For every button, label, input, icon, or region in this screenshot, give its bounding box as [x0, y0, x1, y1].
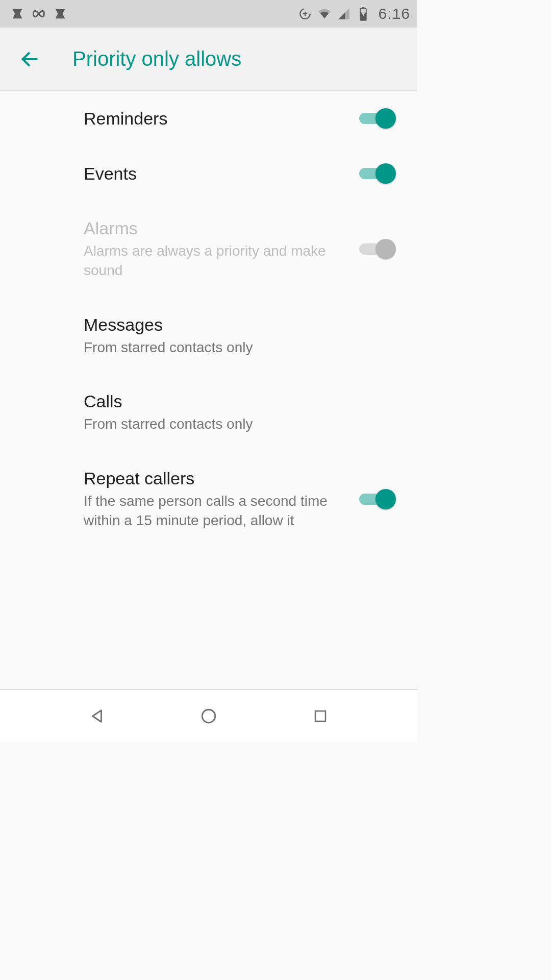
setting-title: Events	[84, 164, 359, 184]
wifi-icon	[317, 7, 332, 21]
status-time: 6:16	[379, 5, 410, 22]
setting-title: Messages	[84, 315, 396, 335]
svg-rect-2	[362, 7, 364, 8]
settings-list: Reminders Events Alarms Alarms are alway…	[0, 91, 417, 742]
setting-subtitle: From starred contacts only	[84, 338, 329, 357]
setting-events[interactable]: Events	[84, 146, 396, 201]
setting-title: Reminders	[84, 109, 359, 129]
setting-messages[interactable]: Messages From starred contacts only	[84, 298, 396, 375]
setting-subtitle: Alarms are always a priority and make so…	[84, 241, 329, 280]
setting-reminders[interactable]: Reminders	[84, 91, 396, 146]
setting-alarms: Alarms Alarms are always a priority and …	[84, 201, 396, 298]
svg-point-4	[202, 709, 215, 723]
navigation-bar	[0, 689, 417, 742]
app-bar: Priority only allows	[0, 28, 417, 91]
svg-rect-5	[315, 711, 325, 721]
app-notification-icon	[53, 7, 67, 21]
toggle-reminders[interactable]	[359, 108, 396, 129]
setting-title: Alarms	[84, 218, 359, 238]
toggle-alarms	[359, 239, 396, 259]
back-button[interactable]	[17, 47, 42, 71]
setting-repeat-callers[interactable]: Repeat callers If the same person calls …	[84, 451, 396, 548]
app-notification-icon	[10, 7, 24, 21]
toggle-events[interactable]	[359, 163, 396, 184]
data-saver-icon	[298, 7, 312, 21]
toggle-repeat-callers[interactable]	[359, 489, 396, 509]
infinity-icon	[32, 7, 46, 21]
setting-subtitle: If the same person calls a second time w…	[84, 492, 329, 530]
battery-charging-icon	[356, 7, 370, 21]
status-bar: 6:16	[0, 0, 417, 28]
status-left	[10, 7, 67, 21]
setting-title: Repeat callers	[84, 469, 359, 488]
page-title: Priority only allows	[72, 47, 241, 70]
status-right: 6:16	[298, 5, 410, 22]
setting-calls[interactable]: Calls From starred contacts only	[84, 374, 396, 451]
nav-recent-button[interactable]	[309, 705, 332, 727]
setting-title: Calls	[84, 391, 396, 411]
nav-back-button[interactable]	[86, 705, 108, 727]
nav-home-button[interactable]	[197, 705, 220, 727]
setting-subtitle: From starred contacts only	[84, 414, 329, 434]
cell-signal-icon	[337, 7, 351, 21]
